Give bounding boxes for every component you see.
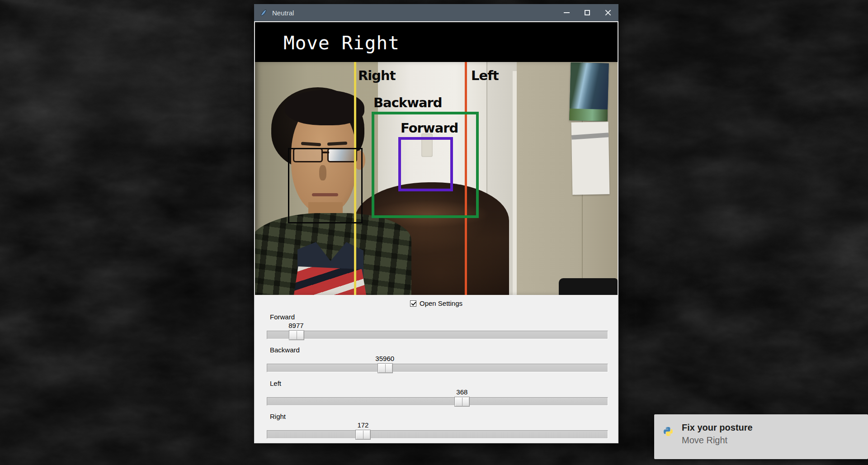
backward-box-label: Backward [373, 96, 442, 109]
slider-label: Left [270, 380, 281, 387]
open-settings-checkbox[interactable] [410, 300, 416, 307]
camera-feed: Right Left Backward Forward [255, 62, 618, 295]
slider-value: 8977 [288, 322, 303, 329]
window-title: Neutral [272, 9, 556, 17]
window-body: Move Right [254, 21, 618, 443]
slider-label: Forward [270, 313, 295, 321]
minimize-icon [564, 12, 570, 13]
maximize-icon [585, 10, 590, 15]
slider-group-forward: Forward 8977 [267, 313, 608, 341]
close-button[interactable] [598, 4, 618, 21]
tk-feather-icon [260, 9, 268, 17]
slider-group-left: Left 368 [267, 380, 608, 408]
slider-handle[interactable] [454, 397, 470, 407]
face-detection-box [288, 148, 363, 223]
window-titlebar[interactable]: Neutral [254, 4, 618, 21]
slider-value: 172 [357, 421, 368, 429]
slider-group-backward: Backward 35960 [267, 346, 608, 374]
posture-status-text: Move Right [255, 30, 400, 54]
toast-notification[interactable]: Fix your posture Move Right [654, 414, 868, 459]
slider-handle[interactable] [289, 330, 304, 340]
python-icon [664, 427, 673, 436]
notification-body: Move Right [682, 435, 727, 446]
settings-panel: Open Settings Forward 8977 Backward 3596… [255, 295, 618, 442]
slider-value: 35960 [375, 355, 394, 362]
slider-trough[interactable] [267, 430, 608, 439]
notification-title: Fix your posture [682, 422, 753, 433]
app-window: Neutral Move Right [254, 4, 618, 443]
slider-label: Right [270, 413, 286, 420]
slider-handle[interactable] [377, 363, 393, 373]
maximize-button[interactable] [577, 4, 598, 21]
slider-trough[interactable] [267, 331, 608, 339]
status-banner: Move Right [255, 22, 618, 62]
forward-threshold-box [398, 137, 453, 191]
open-settings-row: Open Settings [255, 299, 618, 307]
slider-handle[interactable] [355, 430, 371, 440]
minimize-button[interactable] [556, 4, 577, 21]
forward-box-label: Forward [401, 122, 458, 135]
slider-value: 368 [456, 388, 467, 396]
close-icon [605, 9, 611, 16]
slider-label: Backward [270, 346, 300, 354]
open-settings-label: Open Settings [420, 299, 462, 307]
slider-trough[interactable] [267, 397, 608, 406]
right-line-label: Right [358, 69, 396, 82]
slider-trough[interactable] [267, 364, 608, 372]
left-line-label: Left [471, 69, 499, 82]
slider-group-right: Right 172 [267, 413, 608, 441]
